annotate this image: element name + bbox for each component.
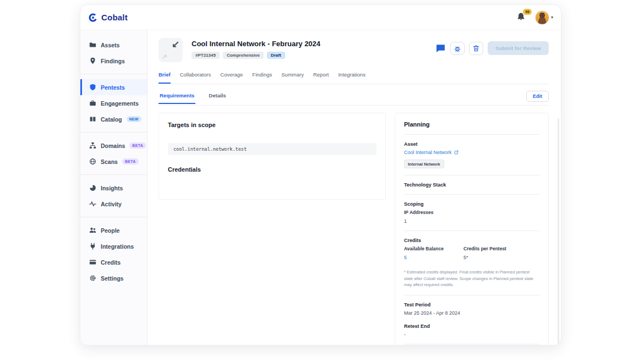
cobalt-logo[interactable]: Cobalt [88,13,128,23]
planning-panel: Planning Asset Cool Internal Network Int… [395,113,549,345]
sidebar-item-integrations[interactable]: Integrations [80,238,147,254]
pentest-id-badge: #PT21345 [192,52,220,59]
sidebar-item-engagements[interactable]: Engagements [80,95,147,111]
divider [404,344,539,344]
sidebar-label: Domains [101,142,125,149]
credits-label: Credits [404,238,539,243]
retest-end-label: Retest End [404,323,539,329]
ip-addresses-value: 1 [404,218,539,224]
folder-icon [89,41,96,48]
subtab-requirements[interactable]: Requirements [159,92,195,104]
app-window: Cobalt 99 ▾ Assets Findings [80,4,561,345]
sidebar-label: Scans [101,158,118,165]
tab-brief[interactable]: Brief [159,72,171,84]
sidebar-label: Catalog [101,116,122,123]
briefcase-icon [89,100,96,107]
sidebar-item-domains[interactable]: Domains BETA [80,138,147,153]
notifications-button[interactable]: 99 [516,12,527,23]
chevron-down-icon: ▾ [551,15,553,20]
asset-label: Asset [404,141,539,147]
page-title: Cool Internal Network - February 2024 [192,40,320,48]
sidebar-item-insights[interactable]: Insights [80,180,147,196]
credits-per-pentest-label: Credits per Pentest [463,246,506,251]
avatar [535,10,549,25]
sidebar-label: People [101,227,119,234]
sidebar-divider [80,132,147,133]
report-bug-button[interactable] [450,42,465,55]
shield-icon [89,84,96,91]
sidebar-divider [80,174,147,175]
pin-icon [89,57,96,64]
pentest-type-icon: ↙ ↗ [159,38,183,62]
sidebar-label: Engagements [101,100,139,107]
brief-panel: Targets in scope cool.internal.network.t… [159,113,386,200]
chat-icon [436,43,445,53]
sidebar-item-assets[interactable]: Assets [80,37,147,53]
asset-link-text: Cool Internal Network [404,150,452,155]
arrow-down-left-icon: ↙ [172,39,179,50]
tab-report[interactable]: Report [313,72,329,84]
sidebar-item-pentests[interactable]: Pentests [80,79,147,95]
sidebar-item-settings[interactable]: Settings [80,270,147,286]
gear-icon [89,275,96,282]
sidebar: Assets Findings Pentests Engagements Cat… [80,30,148,345]
credits-per-pentest-value: 5* [463,255,506,260]
test-period-label: Test Period [404,302,539,308]
sidebar-divider [80,74,147,74]
delete-button[interactable] [469,42,483,55]
sidebar-label: Insights [101,185,123,191]
edit-button[interactable]: Edit [526,91,549,102]
asset-type-tag: Internal Network [404,160,444,168]
divider [404,295,539,295]
beta-badge: BETA [122,158,139,164]
sidebar-item-findings[interactable]: Findings [80,53,147,69]
activity-icon [89,200,96,207]
card-icon [89,259,96,266]
divider [404,134,539,135]
sidebar-label: Findings [101,58,125,64]
sidebar-item-credits[interactable]: Credits [80,254,147,270]
sidebar-item-people[interactable]: People [80,222,147,238]
new-badge: NEW [127,116,141,122]
user-menu[interactable]: ▾ [535,10,553,25]
sitemap-icon [89,142,96,149]
credentials-heading: Credentials [168,166,376,173]
logo-text: Cobalt [101,13,128,22]
target-row[interactable]: cool.internal.network.test [168,143,376,155]
divider [404,231,539,231]
tab-collaborators[interactable]: Collaborators [180,72,211,84]
submit-for-review-button[interactable]: Submit for Review [488,41,549,55]
asset-link[interactable]: Cool Internal Network [404,150,539,155]
sidebar-item-scans[interactable]: Scans BETA [80,153,147,169]
external-link-icon [454,150,459,155]
subtab-bar: Requirements Details Edit [159,91,549,106]
tab-integrations[interactable]: Integrations [338,72,365,84]
retest-end-value: - [404,332,539,337]
book-icon [89,116,96,123]
comments-button[interactable] [435,43,446,54]
planning-heading: Planning [404,121,539,128]
subtab-details[interactable]: Details [208,92,227,104]
ip-addresses-label: IP Addresses [404,210,539,215]
tab-summary[interactable]: Summary [281,72,304,84]
tab-findings[interactable]: Findings [252,72,272,84]
arrow-up-right-icon: ↗ [162,53,167,61]
credits-note: * Estimated credits displayed. Final cre… [404,269,539,288]
targets-heading: Targets in scope [168,122,376,128]
pie-icon [89,184,96,191]
globe-icon [89,158,96,165]
sidebar-item-activity[interactable]: Activity [80,196,147,212]
trash-icon [472,45,480,52]
scrollbar[interactable] [558,118,559,345]
sidebar-label: Assets [101,42,119,48]
plug-icon [89,243,96,250]
tab-coverage[interactable]: Coverage [220,72,243,84]
sidebar-label: Credits [101,259,121,266]
sidebar-divider [80,217,147,217]
sidebar-item-catalog[interactable]: Catalog NEW [80,111,147,127]
divider [404,194,539,195]
topbar: Cobalt 99 ▾ [80,5,561,30]
bug-icon [454,45,461,52]
scoping-label: Scoping [404,201,539,207]
test-period-value: Mar 25 2024 - Apr 8 2024 [404,310,539,316]
